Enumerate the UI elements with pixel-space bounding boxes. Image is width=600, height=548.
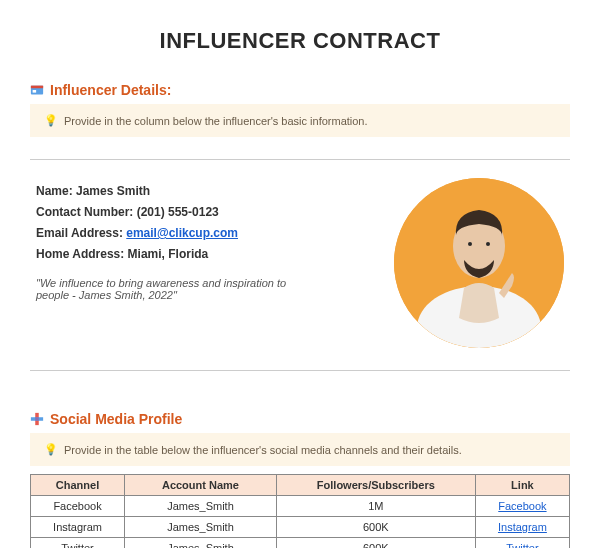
cell-followers: 600K xyxy=(276,538,475,549)
table-row: FacebookJames_Smith1MFacebook xyxy=(31,496,570,517)
page-title: INFLUENCER CONTRACT xyxy=(30,28,570,54)
card-icon xyxy=(30,83,44,97)
bulb-icon: 💡 xyxy=(44,443,58,456)
avatar xyxy=(394,178,564,348)
quote-text: "We influence to bring awareness and ins… xyxy=(36,277,296,301)
cell-channel: Twitter xyxy=(31,538,125,549)
cell-channel: Facebook xyxy=(31,496,125,517)
contact-value: (201) 555-0123 xyxy=(137,205,219,219)
address-label: Home Address: xyxy=(36,247,128,261)
avatar-image xyxy=(394,178,564,348)
section-title-details: Influencer Details: xyxy=(50,82,171,98)
section-title-social: Social Media Profile xyxy=(50,411,182,427)
contact-label: Contact Number: xyxy=(36,205,137,219)
detail-email: Email Address: email@clikcup.com xyxy=(36,226,374,240)
hint-social: 💡 Provide in the table below the influen… xyxy=(30,433,570,466)
name-label: Name: xyxy=(36,184,76,198)
svg-point-7 xyxy=(486,242,490,246)
plus-icon xyxy=(30,412,44,426)
cell-channel: Instagram xyxy=(31,517,125,538)
svg-rect-2 xyxy=(33,90,37,93)
svg-point-6 xyxy=(468,242,472,246)
cell-account: James_Smith xyxy=(125,538,277,549)
cell-followers: 1M xyxy=(276,496,475,517)
cell-followers: 600K xyxy=(276,517,475,538)
svg-rect-10 xyxy=(35,417,39,421)
cell-link: Instagram xyxy=(475,517,569,538)
email-link[interactable]: email@clikcup.com xyxy=(126,226,238,240)
detail-name: Name: James Smith xyxy=(36,184,374,198)
divider xyxy=(30,159,570,160)
social-link[interactable]: Facebook xyxy=(498,500,546,512)
svg-rect-1 xyxy=(31,86,43,89)
hint-details: 💡 Provide in the column below the influe… xyxy=(30,104,570,137)
social-table: Channel Account Name Followers/Subscribe… xyxy=(30,474,570,548)
name-value: James Smith xyxy=(76,184,150,198)
table-row: InstagramJames_Smith600KInstagram xyxy=(31,517,570,538)
social-link[interactable]: Twitter xyxy=(506,542,538,548)
details-text: Name: James Smith Contact Number: (201) … xyxy=(36,178,374,301)
table-row: TwitterJames_Smith600KTwitter xyxy=(31,538,570,549)
divider xyxy=(30,370,570,371)
cell-link: Twitter xyxy=(475,538,569,549)
col-account: Account Name xyxy=(125,475,277,496)
table-header-row: Channel Account Name Followers/Subscribe… xyxy=(31,475,570,496)
cell-account: James_Smith xyxy=(125,517,277,538)
bulb-icon: 💡 xyxy=(44,114,58,127)
cell-account: James_Smith xyxy=(125,496,277,517)
section-header-social: Social Media Profile xyxy=(30,411,570,427)
detail-contact: Contact Number: (201) 555-0123 xyxy=(36,205,374,219)
social-link[interactable]: Instagram xyxy=(498,521,547,533)
col-channel: Channel xyxy=(31,475,125,496)
details-block: Name: James Smith Contact Number: (201) … xyxy=(30,178,570,348)
section-header-details: Influencer Details: xyxy=(30,82,570,98)
col-link: Link xyxy=(475,475,569,496)
hint-details-text: Provide in the column below the influenc… xyxy=(64,115,368,127)
hint-social-text: Provide in the table below the influence… xyxy=(64,444,462,456)
address-value: Miami, Florida xyxy=(128,247,209,261)
cell-link: Facebook xyxy=(475,496,569,517)
col-followers: Followers/Subscribers xyxy=(276,475,475,496)
email-label: Email Address: xyxy=(36,226,126,240)
detail-address: Home Address: Miami, Florida xyxy=(36,247,374,261)
